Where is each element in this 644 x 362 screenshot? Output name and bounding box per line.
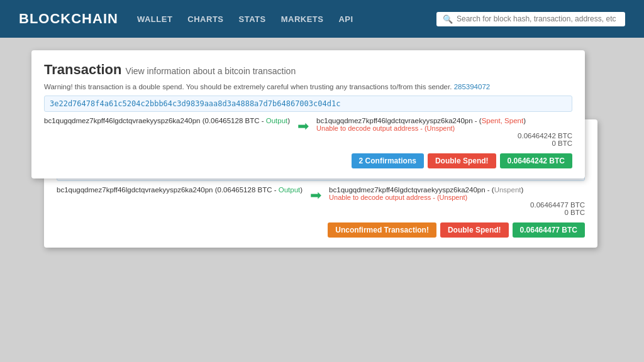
brand-logo: BLOCKCHAIN (19, 11, 118, 27)
card2-output-btc: 0.06464477 BTC 0 BTC (329, 201, 585, 216)
nav-api[interactable]: API (338, 14, 353, 24)
card1-output: bc1qugqdmez7kpff46lgdctqvraekyyspz6ka240… (316, 117, 572, 147)
nav-wallet[interactable]: WALLET (137, 14, 172, 24)
badge-btc-2[interactable]: 0.06464477 BTC (513, 222, 585, 238)
badge-confirmations[interactable]: 2 Confirmations (352, 153, 424, 168)
badge-unconfirmed[interactable]: Unconfirmed Transaction! (328, 222, 436, 238)
card2-input: bc1qugqdmez7kpff46lgdctqvraekyyspz6ka240… (57, 186, 303, 194)
search-bar[interactable]: 🔍 (436, 12, 625, 26)
card1-badges: 2 Confirmations Double Spend! 0.06464242… (44, 153, 572, 168)
card2-output-error[interactable]: Unable to decode output address - (Unspe… (329, 194, 585, 201)
card1-title: Transaction View information about a bit… (44, 62, 572, 78)
search-input[interactable] (457, 14, 619, 23)
card1-output-link[interactable]: Output (266, 117, 288, 124)
card2-output-link[interactable]: Output (279, 186, 301, 194)
search-icon: 🔍 (443, 14, 453, 24)
badge-double-spend-1[interactable]: Double Spend! (428, 153, 496, 168)
arrow-icon-1: ➡ (297, 118, 309, 134)
badge-double-spend-2[interactable]: Double Spend! (440, 222, 509, 238)
card2-output: bc1qugqdmez7kpff46lgdctqvraekyyspz6ka240… (329, 186, 585, 216)
card1-warning: Warning! this transaction is a double sp… (44, 83, 572, 90)
card2-tx-row: bc1qugqdmez7kpff46lgdctqvraekyyspz6ka240… (57, 186, 585, 216)
arrow-icon-2: ➡ (310, 187, 321, 204)
card1-tx-hash[interactable]: 3e22d76478f4a61c5204c2bbb64c3d9839aaa8d3… (44, 96, 572, 112)
card2-badges: Unconfirmed Transaction! Double Spend! 0… (57, 222, 585, 238)
badge-btc-1[interactable]: 0.06464242 BTC (500, 153, 572, 168)
navbar: BLOCKCHAIN WALLET CHARTS STATS MARKETS A… (0, 0, 644, 38)
nav-stats[interactable]: STATS (239, 14, 266, 24)
transaction-card-1: Transaction View information about a bit… (31, 50, 585, 178)
card1-subtitle: View information about a bitcoin transac… (126, 66, 296, 76)
card1-tx-row: bc1qugqdmez7kpff46lgdctqvraekyyspz6ka240… (44, 117, 572, 147)
card1-output-error[interactable]: Unable to decode output address - (Unspe… (316, 124, 572, 132)
card1-warning-link[interactable]: 285394072 (454, 83, 491, 90)
card1-output-addr: bc1qugqdmez7kpff46lgdctqvraekyyspz6ka240… (316, 117, 572, 124)
card1-input: bc1qugqdmez7kpff46lgdctqvraekyyspz6ka240… (44, 117, 290, 124)
nav-charts[interactable]: CHARTS (187, 14, 223, 24)
nav-links: WALLET CHARTS STATS MARKETS API (137, 14, 353, 24)
nav-markets[interactable]: MARKETS (281, 14, 324, 24)
card1-output-btc: 0.06464242 BTC 0 BTC (316, 132, 572, 147)
card2-output-addr: bc1qugqdmez7kpff46lgdctqvraekyyspz6ka240… (329, 186, 585, 194)
page-area: Transaction View information about a bi.… (0, 38, 644, 362)
